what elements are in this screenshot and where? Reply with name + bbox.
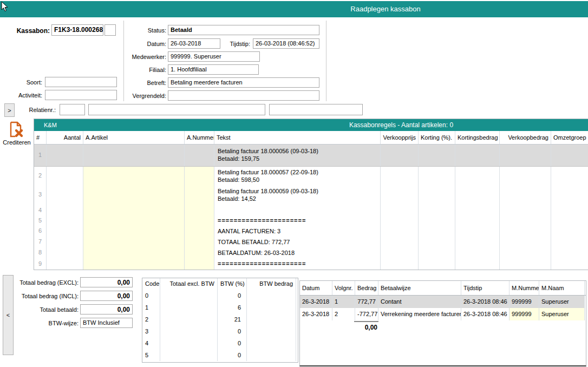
table-row[interactable]: 5 ====================== [34, 215, 588, 225]
col-verkoopbedrag[interactable]: Verkoopbedrag [500, 131, 551, 144]
col-bedrag[interactable]: Bedrag [355, 281, 378, 295]
tijdstip-field[interactable]: 26-03-2018 (08:46:52) [253, 38, 319, 49]
crediteren-label: Crediteren [0, 139, 34, 146]
table-row[interactable]: 50 [142, 349, 298, 361]
col-volgnr[interactable]: Volgnr. [332, 281, 355, 295]
table-row[interactable]: 26-3-20182 -772,77Verrekening meerdere f… [300, 308, 586, 320]
vergrendeld-field[interactable] [168, 90, 319, 101]
tijdstip-label: Tijdstip: [225, 41, 250, 47]
col-korting[interactable]: Korting (%). [419, 131, 455, 144]
relatienr-field[interactable] [60, 104, 85, 115]
cell [551, 186, 588, 205]
cell [185, 236, 214, 247]
group-label: K&M [44, 119, 57, 131]
row-number: 5 [34, 215, 47, 225]
filiaal-field[interactable]: 1. Hoofdfiliaal [168, 64, 259, 75]
col-nr[interactable]: # [34, 131, 47, 144]
cell [381, 145, 419, 166]
col-tijdstip[interactable]: Tijdstip [461, 281, 509, 295]
kassabon-aux-field[interactable] [104, 24, 116, 36]
cell [185, 205, 214, 215]
col-verkoopprijs[interactable]: Verkoopprijs [381, 131, 419, 144]
cell [83, 215, 185, 225]
activiteit-field[interactable] [45, 90, 117, 100]
table-row[interactable]: 9 ====================== [34, 258, 588, 270]
cell-tekst: BETAALDATUM: 26-03-2018 [214, 247, 381, 258]
expand-left-button[interactable]: < [3, 275, 14, 355]
cell [381, 215, 419, 225]
cell [500, 205, 551, 215]
col-code[interactable]: Code [142, 278, 160, 290]
table-row[interactable]: 16 [142, 302, 298, 313]
cell [47, 167, 83, 186]
col-btw-pct[interactable]: BTW (%) [218, 278, 247, 290]
col-aantal[interactable]: Aantal [47, 131, 83, 144]
row-number: 6 [34, 225, 47, 236]
table-row[interactable]: 40 [142, 337, 298, 349]
col-nummer[interactable]: A.Nummer [185, 131, 214, 144]
cell [419, 236, 455, 247]
crediteren-button[interactable]: Crediteren [0, 121, 34, 148]
soort-label: Soort: [4, 79, 42, 86]
col-artikel[interactable]: A.Artikel [83, 131, 185, 144]
datum-field[interactable]: 26-03-2018 [168, 38, 220, 49]
betreft-field[interactable]: Betaling meerdere facturen [168, 77, 319, 88]
table-row[interactable]: 26-3-20181 772,77Contant 26-3-2018 08:46… [300, 296, 586, 308]
col-betaalwijze[interactable]: Betaalwijze [378, 281, 461, 295]
status-field[interactable]: Betaald [168, 25, 319, 35]
expand-right-button[interactable]: > [4, 103, 15, 117]
medewerker-field[interactable]: 999999. Superuser [168, 51, 260, 62]
col-datum[interactable]: Datum [300, 281, 332, 295]
col-tekst[interactable]: Tekst [214, 131, 381, 144]
row-number: 9 [34, 258, 47, 270]
col-btw-bedrag[interactable]: BTW bedrag [247, 278, 296, 290]
kassabonregels-grid: K&M Kassabonregels - Aantal artikelen: 0… [34, 119, 588, 270]
table-row[interactable]: 4 [34, 205, 588, 215]
col-omzetgroep[interactable]: Omzetgroep [551, 131, 588, 144]
totaal-betaald-field[interactable]: 0,00 [80, 304, 133, 314]
relatie-extra-field[interactable] [269, 104, 363, 115]
table-row[interactable]: 221 [142, 313, 298, 325]
table-row[interactable]: 8 BETAALDATUM: 26-03-2018 [34, 247, 588, 258]
col-kortingsbedrag[interactable]: Kortingsbedrag [455, 131, 500, 144]
col-mnaam[interactable]: M.Naam [539, 281, 585, 295]
cell-tekst: AANTAL FACTUREN: 3 [214, 225, 381, 236]
cell [500, 225, 551, 236]
cell [551, 247, 588, 258]
btw-wijze-field[interactable]: BTW Inclusief [80, 318, 133, 328]
totaal-excl-field[interactable]: 0,00 [80, 277, 133, 287]
cell-tekst: ====================== [214, 215, 381, 225]
table-row[interactable]: 1 Betaling factuur 18.000056 (09-03-18)B… [34, 145, 588, 167]
table-row[interactable]: 30 [142, 325, 298, 337]
datum-label: Datum: [122, 41, 166, 47]
table-row[interactable]: 00 [142, 290, 298, 302]
cell [185, 225, 214, 236]
relatie-naam-field[interactable] [88, 104, 265, 115]
table-row[interactable]: 7 TOTAAL BETAALD: 772,77 [34, 236, 588, 247]
totaal-incl-field[interactable]: 0,00 [80, 291, 133, 301]
soort-field[interactable] [45, 77, 117, 87]
col-totaal-excl-btw[interactable]: Totaal excl. BTW [160, 278, 218, 290]
cell [419, 215, 455, 225]
cell [381, 236, 419, 247]
cell-tekst: ====================== [214, 258, 381, 270]
cell [455, 236, 500, 247]
col-mnummer[interactable]: M.Nummer [509, 281, 539, 295]
table-row[interactable]: 2 Betaling factuur 18.000057 (22-09-18)B… [34, 167, 588, 186]
payments-header-row: Datum Volgnr. Bedrag Betaalwijze Tijdsti… [300, 281, 586, 296]
cell [419, 186, 455, 205]
table-row[interactable]: 6 AANTAL FACTUREN: 3 [34, 225, 588, 236]
cell [419, 225, 455, 236]
cell [455, 225, 500, 236]
totaal-betaald-label: Totaal betaald: [16, 306, 79, 313]
kassabon-field[interactable]: F1K3-18.000268 [51, 24, 103, 36]
cell [551, 167, 588, 186]
row-number: 7 [34, 236, 47, 247]
cell [47, 145, 83, 166]
cell [500, 236, 551, 247]
cell [500, 247, 551, 258]
cell [185, 167, 214, 186]
row-number: 3 [34, 186, 47, 205]
table-row[interactable]: 3 Betaling factuur 18.000059 (09-03-18)B… [34, 186, 588, 205]
cell [381, 225, 419, 236]
